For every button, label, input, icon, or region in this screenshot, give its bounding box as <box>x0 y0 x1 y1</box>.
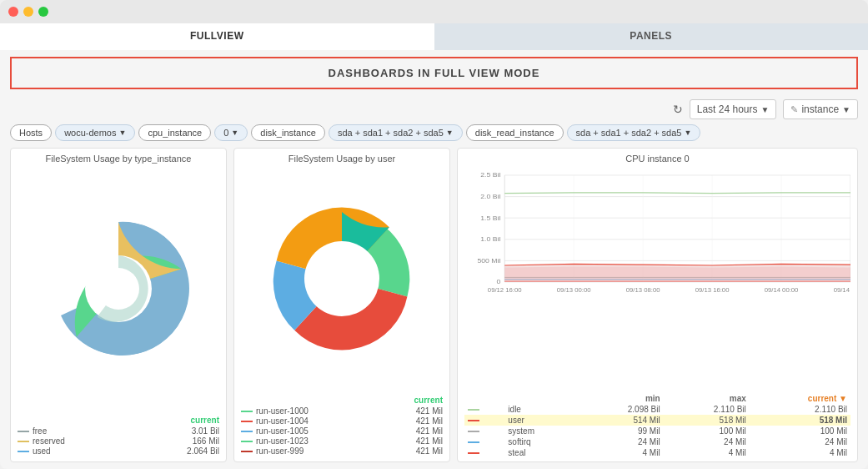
svg-text:1.5 Bil: 1.5 Bil <box>480 214 500 221</box>
svg-text:09/14 00:00: 09/14 00:00 <box>765 288 799 294</box>
filter-cpu-instance[interactable]: cpu_instance <box>138 124 211 141</box>
user1004-dot <box>241 421 253 422</box>
used-dot <box>18 451 29 452</box>
tab-fullview[interactable]: FULLVIEW <box>0 23 434 50</box>
time-range-label: Last 24 hours <box>697 103 758 115</box>
cpu-legend-table: min max current ▼ idle 2.098 Bil 2.110 B… <box>458 391 857 461</box>
tab-panels[interactable]: PANELS <box>434 23 869 50</box>
row-current: 2.110 Bil <box>750 404 850 415</box>
toolbar: ↻ Last 24 hours ▼ ✎ instance ▼ <box>0 96 868 124</box>
user1005-dot <box>241 431 253 432</box>
filter-disk-read-instance[interactable]: disk_read_instance <box>466 124 564 141</box>
row-name: idle <box>504 404 577 415</box>
filter-wocu-demos[interactable]: wocu-demos▼ <box>55 124 135 141</box>
filter-disk-read-val[interactable]: sda + sda1 + sda2 + sda5▼ <box>567 124 701 141</box>
close-button[interactable] <box>8 7 18 17</box>
row-dot-cell <box>464 447 504 458</box>
pie2-chart <box>234 165 449 392</box>
instance-label: instance <box>801 103 839 115</box>
row-current: 24 Mil <box>750 436 850 447</box>
time-range-select[interactable]: Last 24 hours ▼ <box>690 99 777 119</box>
reserved-val: 166 Mil <box>193 436 219 446</box>
user-fill2 <box>504 267 850 282</box>
tabs-bar: FULLVIEW PANELS <box>0 23 868 50</box>
row-max: 2.110 Bil <box>664 404 750 415</box>
pie2-hole <box>304 241 379 316</box>
instance-select[interactable]: ✎ instance ▼ <box>783 99 858 119</box>
filter-disk-instance-val[interactable]: sda + sda1 + sda2 + sda5▼ <box>329 124 463 141</box>
user1005-val: 421 Mil <box>416 426 443 436</box>
user1023-dot <box>241 441 253 442</box>
filter-hosts[interactable]: Hosts <box>10 124 52 141</box>
filter-bar: Hosts wocu-demos▼ cpu_instance 0▼ disk_i… <box>0 124 868 148</box>
legend-item-user1005: run-user-1005 421 Mil <box>241 426 443 436</box>
title-bar <box>0 0 868 23</box>
row-dot-cell <box>464 404 504 415</box>
row-max: 4 Mil <box>664 447 750 458</box>
cpu-row-user: user 514 Mil 518 Mil 518 Mil <box>464 415 850 426</box>
free-dot <box>18 431 29 432</box>
pie1-title: FileSystem Usage by type_instance <box>11 149 226 165</box>
row-min: 99 Mil <box>578 426 664 436</box>
row-current: 4 Mil <box>750 447 850 458</box>
svg-text:0: 0 <box>497 279 501 285</box>
legend-item-used: used 2.064 Bil <box>18 446 219 456</box>
time-range-chevron: ▼ <box>760 105 769 114</box>
row-max: 24 Mil <box>664 436 750 447</box>
pie2-svg <box>267 204 417 354</box>
row-max: 518 Mil <box>664 415 750 426</box>
filter-disk-instance[interactable]: disk_instance <box>251 124 325 141</box>
svg-text:09/13 16:00: 09/13 16:00 <box>695 288 730 294</box>
user999-val: 421 Mil <box>416 446 443 456</box>
row-current: 100 Mil <box>750 426 850 436</box>
cpu-row-system: system 99 Mil 100 Mil 100 Mil <box>464 426 850 436</box>
instance-icon: ✎ <box>790 104 798 115</box>
user1000-val: 421 Mil <box>416 406 443 416</box>
row-name: steal <box>504 447 577 458</box>
row-min: 2.098 Bil <box>578 404 664 415</box>
row-max: 100 Mil <box>664 426 750 436</box>
row-dot-cell <box>464 436 504 447</box>
row-min: 24 Mil <box>578 436 664 447</box>
col-min: min <box>578 393 664 404</box>
cpu-title: CPU instance 0 <box>458 149 857 165</box>
col-max: max <box>664 393 750 404</box>
pie1-inner-hole <box>98 268 139 310</box>
cpu-panel: CPU instance 0 <box>457 148 858 462</box>
svg-text:2.0 Bil: 2.0 Bil <box>480 194 500 200</box>
pie2-panel: FileSystem Usage by user <box>233 148 450 462</box>
row-dot-cell <box>464 415 504 426</box>
svg-text:09/14 08:00: 09/14 08:00 <box>834 288 850 294</box>
minimize-button[interactable] <box>23 7 33 17</box>
pie2-legend: current run-user-1000 421 Mil run-user-1… <box>234 392 449 461</box>
pie2-legend-header: current <box>241 396 443 405</box>
row-min: 4 Mil <box>578 447 664 458</box>
svg-text:09/13 08:00: 09/13 08:00 <box>626 288 660 294</box>
cpu-row-idle: idle 2.098 Bil 2.110 Bil 2.110 Bil <box>464 404 850 415</box>
charts-area: FileSystem Usage by type_instance <box>0 148 868 469</box>
user1005-name: run-user-1005 <box>256 426 309 436</box>
svg-text:1.0 Bil: 1.0 Bil <box>480 236 500 243</box>
legend-item-free: free 3.01 Bil <box>18 426 219 436</box>
main-window: FULLVIEW PANELS DASHBOARDS IN FULL VIEW … <box>0 0 868 469</box>
refresh-button[interactable]: ↻ <box>673 103 683 116</box>
user999-dot <box>241 451 253 452</box>
legend-item-user1023: run-user-1023 421 Mil <box>241 436 443 446</box>
idle-line <box>504 193 850 194</box>
row-min: 514 Mil <box>578 415 664 426</box>
maximize-button[interactable] <box>38 7 48 17</box>
cpu-svg: 2.5 Bil 2.0 Bil 1.5 Bil 1.0 Bil 500 Mil … <box>464 169 850 302</box>
legend-item-user1000: run-user-1000 421 Mil <box>241 406 443 416</box>
free-val: 3.01 Bil <box>192 426 219 436</box>
svg-text:09/12 16:00: 09/12 16:00 <box>488 288 522 294</box>
filter-cpu-instance-val[interactable]: 0▼ <box>214 124 248 141</box>
user1000-name: run-user-1000 <box>256 406 309 416</box>
pie1-panel: FileSystem Usage by type_instance <box>10 148 227 462</box>
cpu-table: min max current ▼ idle 2.098 Bil 2.110 B… <box>464 393 850 458</box>
row-name: user <box>504 415 577 426</box>
pie2-title: FileSystem Usage by user <box>234 149 449 165</box>
traffic-lights <box>8 7 48 17</box>
pie1-legend-header: current <box>18 416 219 425</box>
cpu-row-steal: steal 4 Mil 4 Mil 4 Mil <box>464 447 850 458</box>
reserved-name: reserved <box>33 436 65 446</box>
